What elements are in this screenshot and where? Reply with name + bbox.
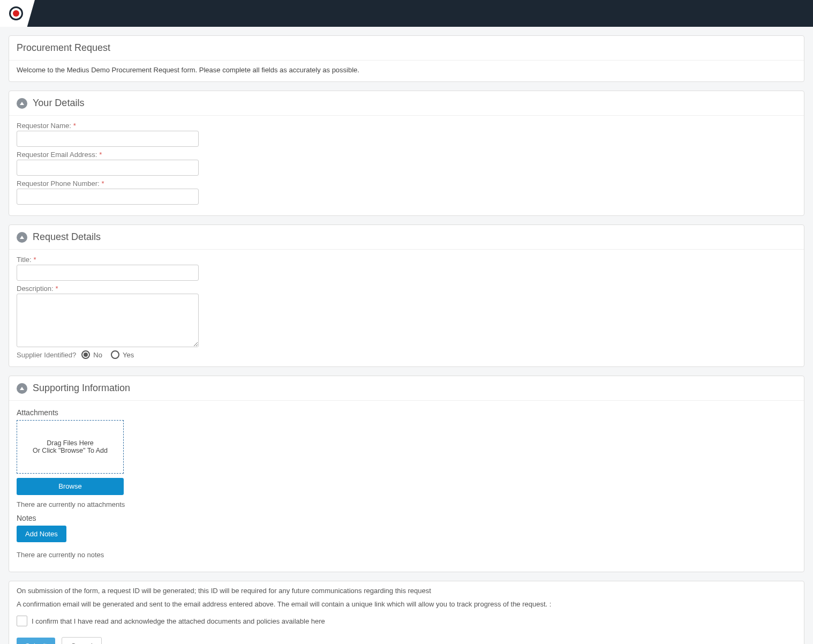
requestor-phone-label: Requestor Phone Number: (17, 179, 100, 188)
required-star-icon: * (102, 179, 104, 188)
footer-panel: On submission of the form, a request ID … (9, 581, 804, 644)
cancel-button[interactable]: Cancel (62, 637, 101, 644)
browse-button[interactable]: Browse (17, 478, 124, 495)
requestor-name-label: Requestor Name: (17, 122, 71, 130)
requestor-email-input[interactable] (17, 160, 199, 176)
requestor-phone-input[interactable] (17, 189, 199, 205)
required-star-icon: * (56, 284, 58, 293)
required-star-icon: * (73, 122, 76, 130)
app-header (0, 0, 813, 27)
dropzone-line2: Or Click "Browse" To Add (33, 447, 108, 454)
your-details-panel: Your Details Requestor Name: * Requestor… (9, 91, 804, 216)
page-title: Procurement Request (17, 42, 110, 53)
attachments-label: Attachments (17, 408, 796, 417)
supplier-no-radio[interactable] (81, 350, 90, 359)
requestor-email-label: Requestor Email Address: (17, 151, 97, 159)
logo-container (0, 0, 35, 27)
description-label: Description: (17, 284, 54, 293)
request-details-panel: Request Details Title: * Description: * … (9, 224, 804, 367)
attachments-dropzone[interactable]: Drag Files Here Or Click "Browse" To Add (17, 420, 124, 474)
intro-panel: Procurement Request Welcome to the Mediu… (9, 35, 804, 82)
your-details-title: Your Details (33, 98, 84, 109)
required-star-icon: * (99, 151, 102, 159)
supplier-yes-label: Yes (123, 351, 134, 359)
supporting-info-title: Supporting Information (33, 383, 130, 394)
supporting-info-panel: Supporting Information Attachments Drag … (9, 376, 804, 572)
footer-line1: On submission of the form, a request ID … (17, 587, 796, 595)
footer-line2: A confirmation email will be generated a… (17, 600, 796, 608)
required-star-icon: * (34, 256, 36, 264)
title-label: Title: (17, 256, 32, 264)
request-details-title: Request Details (33, 231, 101, 243)
collapse-toggle-icon[interactable] (17, 98, 27, 109)
notes-label: Notes (17, 514, 796, 522)
no-attachments-text: There are currently no attachments (17, 500, 796, 508)
confirm-label: I confirm that I have read and acknowled… (32, 617, 325, 625)
add-notes-button[interactable]: Add Notes (17, 526, 66, 543)
description-textarea[interactable] (17, 294, 199, 347)
here-link[interactable]: here (311, 617, 325, 625)
collapse-toggle-icon[interactable] (17, 383, 27, 394)
svg-marker-0 (20, 102, 24, 105)
requestor-name-input[interactable] (17, 131, 199, 147)
svg-marker-1 (20, 236, 24, 239)
logo-icon (9, 6, 23, 20)
confirm-checkbox[interactable] (17, 616, 27, 626)
svg-marker-2 (20, 387, 24, 390)
no-notes-text: There are currently no notes (17, 551, 796, 559)
submit-button[interactable]: Submit (17, 638, 55, 644)
supplier-identified-label: Supplier Identified? (17, 351, 76, 359)
dropzone-line1: Drag Files Here (47, 439, 94, 447)
title-input[interactable] (17, 265, 199, 281)
supplier-yes-radio[interactable] (111, 350, 119, 359)
supplier-no-label: No (93, 351, 102, 359)
intro-text: Welcome to the Medius Demo Procurement R… (9, 61, 804, 81)
collapse-toggle-icon[interactable] (17, 232, 27, 243)
